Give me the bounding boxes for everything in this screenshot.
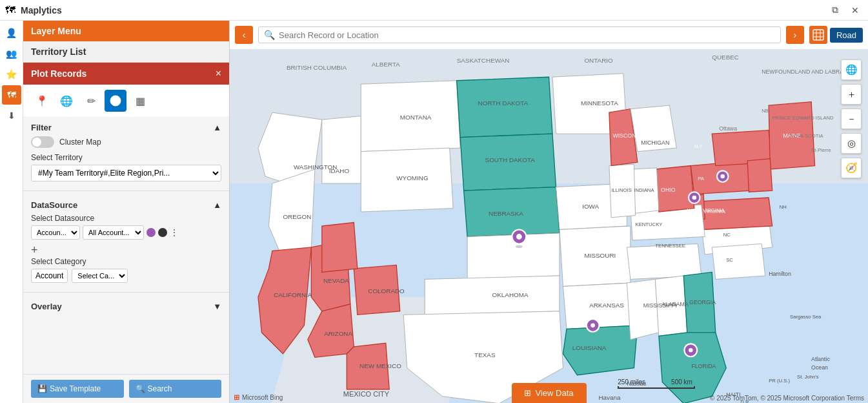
minimize-button[interactable]: ⧉ [828, 3, 842, 17]
map-pin-3 [717, 170, 729, 182]
overlay-chevron-icon: ▼ [213, 302, 221, 311]
globe-button[interactable]: 🌐 [841, 59, 862, 80]
compass-button[interactable]: 🧭 [841, 158, 862, 178]
road-button[interactable]: Road [830, 28, 863, 43]
label-oklahoma: OKLAHOMA [492, 291, 529, 298]
search-button[interactable]: 🔍 Search [129, 380, 222, 398]
bing-logo-icon: ⊞ [234, 393, 239, 402]
category-row: Account Select Ca... [31, 269, 221, 283]
label-missouri: MISSOURI [584, 252, 616, 259]
label-indiana: INDIANA [634, 187, 654, 193]
datasource-label: DataSource [31, 200, 77, 210]
nav-left-button[interactable]: ‹ [235, 26, 253, 44]
rail-star-button[interactable]: ⭐ [2, 65, 21, 84]
plot-records-icon-row: 📍 🌐 ✏ ▦ [23, 85, 229, 118]
label-new-york: N.Y. [694, 143, 703, 149]
overlay-section-header[interactable]: Overlay ▼ [31, 302, 221, 311]
label-ottawa: Ottawa [719, 125, 737, 132]
label-saskatchewan: SASKATCHEWAN [457, 57, 510, 64]
label-nh: NH [780, 204, 787, 210]
location-pin-button[interactable]: 📍 [31, 90, 53, 112]
label-texas: TEXAS [474, 351, 496, 358]
label-alberta: ALBERTA [372, 61, 401, 68]
filter-section: Filter ▲ Cluster Map Select Territory #M… [23, 118, 229, 187]
more-options-button[interactable]: ⋮ [170, 227, 179, 238]
label-stj: St. John's [797, 374, 819, 380]
label-nevada: NEVADA [323, 277, 349, 284]
label-atlantic: Atlantic [811, 356, 830, 362]
view-data-button[interactable]: ⊞ View Data [511, 383, 586, 403]
select-territory-label: Select Territory [31, 153, 221, 162]
scale-labels: 250 miles 500 km [618, 378, 695, 386]
rail-person-button[interactable]: 👤 [2, 23, 21, 43]
rail-map-button[interactable]: 🗺 [2, 85, 21, 105]
zoom-in-button[interactable]: ＋ [841, 84, 862, 105]
label-hamilton: Hamilton [769, 271, 791, 277]
label-ohio: OHIO [661, 187, 676, 193]
plot-records-close-button[interactable]: × [216, 68, 221, 79]
label-colorado: COLORADO [368, 287, 405, 294]
add-datasource-button[interactable]: + [31, 243, 38, 257]
filter-label: Filter [31, 123, 52, 132]
map-type-icon [812, 28, 825, 41]
pencil-button[interactable]: ✏ [80, 90, 102, 112]
label-sargasso: Sargasso Sea [790, 314, 822, 320]
label-louisiana: LOUISIANA [572, 344, 607, 351]
cluster-map-toggle[interactable] [31, 136, 54, 148]
label-pe: PRINCE EDWARD ISLAND [772, 115, 834, 121]
label-minnesota: MINNESOTA [581, 99, 618, 107]
scale-miles-label: 250 miles [618, 378, 645, 386]
label-nc: NC [723, 232, 731, 238]
datasource-entity-select[interactable]: Accoun... [31, 225, 80, 240]
table-button[interactable]: ▦ [129, 90, 151, 112]
location-button[interactable]: ◎ [841, 133, 862, 154]
title-bar: 🗺 Maplytics ⧉ ✕ [0, 0, 868, 21]
select-datasource-label: Select Datasource [31, 214, 221, 223]
icon-rail: 👤 👥 ⭐ 🗺 ⬇ [0, 21, 23, 403]
select-category-label: Select Category [31, 257, 221, 266]
close-button[interactable]: ✕ [847, 3, 863, 17]
region-button[interactable]: 🌐 [56, 90, 77, 112]
map-type-icon-box [809, 26, 827, 44]
save-template-button[interactable]: 💾 Save Template [31, 380, 124, 398]
road-btn-group: Road [809, 26, 863, 44]
label-wyoming: WYOMING [396, 174, 428, 181]
rail-download-button[interactable]: ⬇ [2, 106, 21, 125]
nav-right-button[interactable]: › [786, 26, 804, 44]
label-ocean: Ocean [811, 364, 828, 371]
bottom-buttons: 💾 Save Template 🔍 Search [23, 374, 229, 403]
filter-section-header[interactable]: Filter ▲ [31, 123, 221, 132]
label-british-columbia: BRITISH COLUMBIA [287, 64, 347, 71]
map-search-icon: 🔍 [264, 30, 275, 40]
zoom-out-button[interactable]: － [841, 108, 862, 129]
label-iowa: IOWA [582, 203, 599, 210]
label-south-dakota: SOUTH DAKOTA [485, 156, 536, 163]
datasource-view-select[interactable]: All Account... [83, 225, 144, 240]
datasource-section-header[interactable]: DataSource ▲ [31, 200, 221, 210]
layer-menu-label: Layer Menu [31, 26, 81, 36]
label-alabama: ALABAMA [661, 301, 689, 307]
state-mid-atlantic [747, 159, 772, 192]
label-north-dakota: NORTH DAKOTA [478, 99, 529, 107]
title-bar-controls: ⧉ ✕ [828, 3, 863, 17]
svg-point-25 [590, 324, 595, 328]
rail-group-button[interactable]: 👥 [2, 44, 21, 63]
plot-records-label: Plot Records [31, 68, 86, 79]
road-label: Road [836, 30, 856, 40]
map-search-input[interactable] [279, 30, 775, 40]
color-dot-purple [146, 228, 156, 237]
section-divider-1 [23, 191, 229, 191]
select-territory-dropdown[interactable]: #My Team Territory#,Elite Region,Pri... … [31, 165, 221, 181]
svg-point-16 [516, 234, 522, 240]
map-right-controls: 🌐 ＋ － ◎ 🧭 [841, 59, 862, 178]
color-dot-dark [158, 228, 167, 237]
label-idaho: IDAHO [329, 167, 350, 174]
label-california: CALIFORNIA [274, 291, 312, 298]
category-select-dropdown[interactable]: Select Ca... [72, 269, 128, 283]
cluster-button[interactable] [105, 90, 126, 112]
toggle-knob [32, 138, 41, 147]
label-florida: FLORIDA [691, 363, 716, 369]
view-data-bar: ⊞ View Data [511, 383, 586, 403]
svg-point-3 [114, 96, 117, 100]
svg-point-4 [114, 101, 117, 105]
